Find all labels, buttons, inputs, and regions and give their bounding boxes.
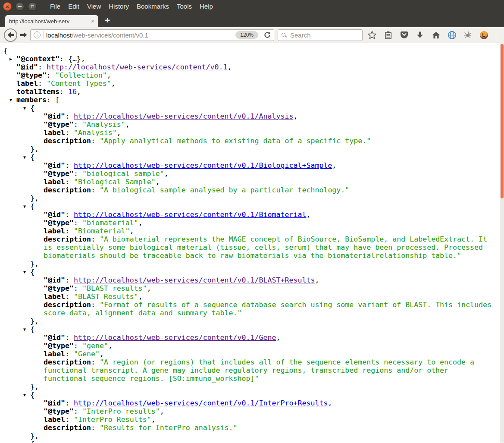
menu-file[interactable]: File [46,0,64,13]
json-row: label: "BLAST Results", [3,292,494,301]
json-row: ▼{ [3,202,494,211]
json-link[interactable]: http://localhost/web-services/content/v0… [74,211,306,219]
extension-lastpass-button[interactable]: L [479,30,488,40]
json-row: }, [3,317,494,325]
json-punct: { [30,440,34,443]
zoom-level-badge[interactable]: 120% [235,31,258,39]
json-row: }, [3,260,494,268]
new-tab-button[interactable]: + [105,14,110,26]
reload-button[interactable] [264,31,271,38]
collapse-toggle-icon[interactable]: ▼ [23,268,30,276]
json-link[interactable]: http://localhost/web-services/content/v0… [74,399,328,407]
json-key: label [44,129,65,137]
json-key: "@type" [44,170,74,178]
json-punct: : [59,55,68,63]
json-punct: : [59,88,68,96]
active-tab[interactable]: http://localhost/web-serv × [5,15,98,27]
json-key: "@id" [16,63,38,71]
json-punct: { [30,202,34,211]
json-punct: : [65,161,74,170]
json-string: "biomaterial" [82,219,138,227]
forward-button[interactable] [18,28,29,42]
json-punct: : [65,399,74,407]
menu-history[interactable]: History [105,0,133,13]
search-bar[interactable] [278,29,363,41]
collapse-toggle-icon[interactable]: ▶ [9,55,16,63]
json-link[interactable]: http://localhost/web-services/content/v0… [74,276,315,284]
collapse-toggle-icon[interactable]: ▼ [23,153,30,161]
json-punct: : [91,424,100,432]
json-key: "@id" [44,161,65,170]
json-punct: , [77,88,81,96]
pocket-button[interactable] [399,30,409,40]
menu-edit[interactable]: Edit [64,0,83,13]
json-row: description: "Format of results of a seq… [3,301,494,317]
maximize-icon [31,5,34,8]
json-punct: , [108,342,113,350]
json-punct: , [138,219,143,227]
search-input[interactable] [289,31,359,39]
window-maximize-button[interactable] [28,2,37,11]
json-row: ▼members: [ [3,96,494,104]
json-row: label: "Content Types", [3,79,494,88]
site-info-icon[interactable]: i [34,31,41,38]
bookmark-star-button[interactable] [367,30,377,40]
url-bar[interactable]: i localhost/web-services/content/v0.1 12… [30,29,274,41]
tab-close-icon[interactable]: × [91,18,94,24]
scrollbar-thumb[interactable] [501,44,504,198]
json-punct: , [228,63,232,71]
json-punct: { [30,325,34,333]
bookmarks-menu-button[interactable] [383,30,393,40]
extension-globe-button[interactable] [447,30,457,40]
extension-spider-button[interactable] [463,30,473,40]
json-key: "@type" [44,284,74,292]
json-key: description [44,235,91,243]
json-punct: , [315,276,319,284]
collapse-toggle-icon[interactable]: ▼ [9,96,16,104]
clipboard-icon [385,31,392,39]
collapse-toggle-icon[interactable]: ▼ [23,391,30,399]
json-punct: : [47,96,55,104]
window-minimize-button[interactable] [16,2,24,11]
json-link[interactable]: http://localhost/web-services/content/v0… [74,112,294,120]
downloads-button[interactable] [415,30,425,40]
collapse-toggle-icon[interactable]: ▼ [23,104,30,112]
json-link[interactable]: http://localhost/web-services/content/v0… [74,333,276,342]
json-key: label [44,227,65,235]
json-punct: : [65,276,74,284]
collapse-toggle-icon[interactable]: ▼ [23,440,30,443]
menu-tools[interactable]: Tools [173,0,196,13]
json-punct: : [74,170,82,178]
json-punct: , [293,112,297,120]
divider [496,30,496,40]
back-button[interactable] [4,28,17,42]
reload-icon [264,31,271,38]
json-punct: , [111,79,116,88]
collapse-toggle-icon[interactable]: ▼ [23,325,30,333]
window-close-button[interactable]: × [3,2,12,11]
json-string: "biological sample" [82,170,164,178]
json-key: totalItems [16,88,59,96]
json-string: "A biomaterial represents the MAGE conce… [44,235,491,260]
json-punct: : [65,227,74,235]
collapse-toggle-icon[interactable]: ▼ [23,202,30,211]
home-button[interactable] [431,30,441,40]
menu-view[interactable]: View [83,0,105,13]
json-row: "@id": http://localhost/web-services/con… [3,211,494,219]
json-punct: : [74,407,82,415]
back-arrow-icon [7,32,14,38]
json-row: label: "Biomaterial", [3,227,494,235]
json-punct: : [91,186,100,194]
menu-bookmarks[interactable]: Bookmarks [133,0,173,13]
json-string: "Results for InterPro analysis." [100,424,238,432]
menu-help[interactable]: Help [196,0,217,13]
json-string: "Analysis" [82,120,125,129]
scrollbar[interactable] [500,43,504,443]
json-link[interactable]: http://localhost/web-services/content/v0… [74,161,332,170]
json-string: "Apply analytical methods to existing da… [100,137,371,145]
json-key: "@type" [16,71,47,79]
json-string: "Content Types" [47,79,111,88]
json-key: label [44,178,65,186]
json-link[interactable]: http://localhost/web-services/content/v0… [47,63,228,71]
browser-window: × FileEditViewHistoryBookmarksToolsHelp … [0,0,504,443]
